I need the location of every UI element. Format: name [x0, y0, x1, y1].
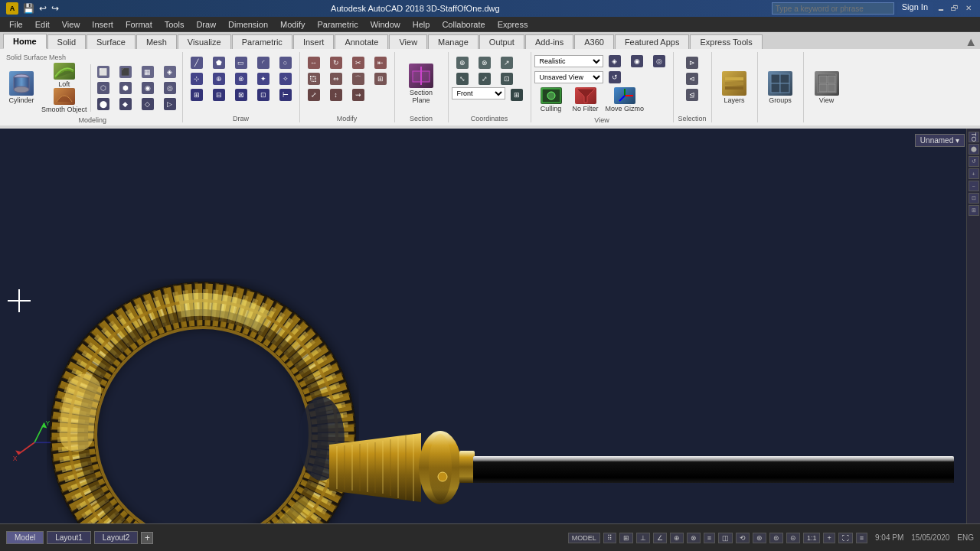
draw-btn-line[interactable]: ╱ [186, 55, 207, 70]
tab-parametric[interactable]: Parametric [232, 34, 292, 49]
search-input[interactable] [772, 2, 894, 15]
draw-btn-5[interactable]: ✦ [253, 71, 274, 86]
menu-help[interactable]: Help [407, 18, 436, 31]
menu-collaborate[interactable]: Collaborate [436, 18, 491, 31]
modify-trim[interactable]: ✂ [348, 55, 369, 70]
mesh-btn-7[interactable]: ◉ [137, 80, 158, 96]
snap-btn[interactable]: ⊞ [619, 533, 633, 543]
draw-btn-2[interactable]: ⊹ [186, 71, 207, 86]
select-btn-2[interactable]: ⊲ [681, 71, 703, 86]
visual-style-btn-2[interactable]: ◉ [626, 54, 648, 69]
modify-extend[interactable]: ⇤ [370, 55, 391, 70]
selcycle-btn[interactable]: ⟲ [736, 533, 750, 543]
select-btn-3[interactable]: ⊴ [681, 87, 703, 103]
draw-btn-4[interactable]: ⊗ [230, 71, 252, 86]
draw-btn-9[interactable]: ⊠ [230, 87, 252, 103]
3dosnap-btn[interactable]: ⊛ [753, 533, 766, 543]
tab-visualize[interactable]: Visualize [178, 34, 231, 49]
zoom-label[interactable]: 1:1 [803, 533, 821, 543]
coord-btn-3[interactable]: ↗ [496, 55, 518, 70]
tab-output[interactable]: Output [479, 34, 524, 49]
view-icon-1[interactable]: ↺ [604, 70, 626, 85]
no-filter-button[interactable]: No Filter [569, 86, 603, 115]
coord-btn-2[interactable]: ⊗ [474, 55, 495, 70]
visual-style-btn-3[interactable]: ◎ [648, 54, 670, 69]
sidebar-window[interactable]: ⊞ [969, 205, 979, 216]
sign-in-btn[interactable]: Sign In [897, 2, 933, 15]
mesh-btn-12[interactable]: ▷ [159, 96, 181, 112]
tab-home[interactable]: Home [3, 34, 47, 49]
mesh-btn-1[interactable]: ⬜ [93, 64, 114, 80]
model-label[interactable]: MODEL [568, 533, 600, 543]
tab-solid[interactable]: Solid [47, 34, 86, 49]
mesh-btn-3[interactable]: ▦ [137, 64, 158, 80]
transparency-btn[interactable]: ◫ [718, 533, 733, 543]
menu-parametric[interactable]: Parametric [311, 18, 364, 31]
quick-access-save[interactable]: 💾 [23, 3, 34, 14]
loft-button[interactable]: Loft [39, 64, 90, 88]
coord-btn-1[interactable]: ⊕ [452, 55, 473, 70]
sidebar-pan[interactable]: ⬤ [969, 144, 979, 155]
layout1-tab[interactable]: Layout1 [47, 531, 91, 544]
quick-access-redo[interactable]: ↪ [51, 3, 59, 14]
cylinder-button[interactable]: Cylinder [5, 61, 38, 115]
menu-express[interactable]: Express [492, 18, 534, 31]
polar-btn[interactable]: ∠ [653, 533, 667, 543]
saved-view-select[interactable]: Unsaved View [534, 71, 603, 83]
ribbon-collapse[interactable]: ▲ [962, 35, 980, 49]
sidebar-orbit[interactable]: ↺ [969, 156, 979, 167]
menu-view[interactable]: View [56, 18, 87, 31]
tab-featured[interactable]: Featured Apps [615, 34, 690, 49]
zoom-in[interactable]: + [823, 533, 835, 543]
mesh-btn-2[interactable]: ⬛ [115, 64, 136, 80]
customize-btn[interactable]: ≡ [856, 533, 867, 543]
dynucs-btn[interactable]: ⊜ [769, 533, 783, 543]
layers-button[interactable]: Layers [717, 61, 751, 115]
modify-move[interactable]: ↔ [303, 55, 325, 70]
close-button[interactable]: ✕ [963, 2, 974, 13]
menu-file[interactable]: File [3, 18, 29, 31]
fullscreen-btn[interactable]: ⛶ [838, 533, 853, 543]
tab-view[interactable]: View [389, 34, 427, 49]
modify-scale[interactable]: ⤢ [303, 87, 325, 103]
visual-style-select[interactable]: RealisticConceptualWireframe [534, 55, 603, 67]
draw-btn-3[interactable]: ⊕ [208, 71, 230, 86]
grid-btn[interactable]: ⠿ [603, 533, 616, 543]
modify-fillet[interactable]: ⌒ [348, 71, 369, 86]
sidebar-extents[interactable]: ⊡ [969, 193, 979, 204]
modify-rotate[interactable]: ↻ [325, 55, 347, 70]
tab-manage[interactable]: Manage [428, 34, 479, 49]
tab-mesh[interactable]: Mesh [136, 34, 177, 49]
ortho-btn[interactable]: ⊥ [636, 533, 650, 543]
menu-edit[interactable]: Edit [29, 18, 56, 31]
modify-stretch[interactable]: ↕ [325, 87, 347, 103]
modify-copy[interactable]: ⿻ [303, 71, 325, 86]
lineweight-btn[interactable]: ≡ [704, 533, 715, 543]
menu-format[interactable]: Format [119, 18, 158, 31]
draw-btn-8[interactable]: ⊟ [208, 87, 230, 103]
menu-insert[interactable]: Insert [86, 18, 119, 31]
coord-btn-6[interactable]: ⊡ [496, 71, 518, 86]
canvas[interactable]: X Y [0, 129, 980, 523]
mesh-btn-4[interactable]: ◈ [159, 64, 181, 80]
move-gizmo-button[interactable]: Move Gizmo [603, 86, 647, 115]
mesh-btn-5[interactable]: ⬡ [93, 80, 114, 96]
menu-window[interactable]: Window [364, 18, 407, 31]
sidebar-zoom[interactable]: + [969, 168, 979, 179]
modify-array[interactable]: ⊞ [370, 71, 391, 86]
draw-btn-poly[interactable]: ⬟ [208, 55, 230, 70]
mesh-btn-10[interactable]: ◆ [115, 96, 136, 112]
sidebar-zoom-out[interactable]: − [969, 181, 979, 191]
section-plane-button[interactable]: SectionPlane [404, 57, 438, 111]
tab-express-tools[interactable]: Express Tools [690, 34, 762, 49]
tab-annotate[interactable]: Annotate [335, 34, 388, 49]
menu-modify[interactable]: Modify [274, 18, 311, 31]
menu-tools[interactable]: Tools [158, 18, 191, 31]
quick-access-undo[interactable]: ↩ [39, 3, 47, 14]
modify-offset[interactable]: ⇝ [348, 87, 369, 103]
modify-mirror[interactable]: ⇔ [325, 71, 347, 86]
tab-addins[interactable]: Add-ins [525, 34, 573, 49]
coord-btn-4[interactable]: ⤡ [452, 71, 473, 86]
layout2-tab[interactable]: Layout2 [94, 531, 139, 544]
model-tab[interactable]: Model [6, 531, 44, 544]
